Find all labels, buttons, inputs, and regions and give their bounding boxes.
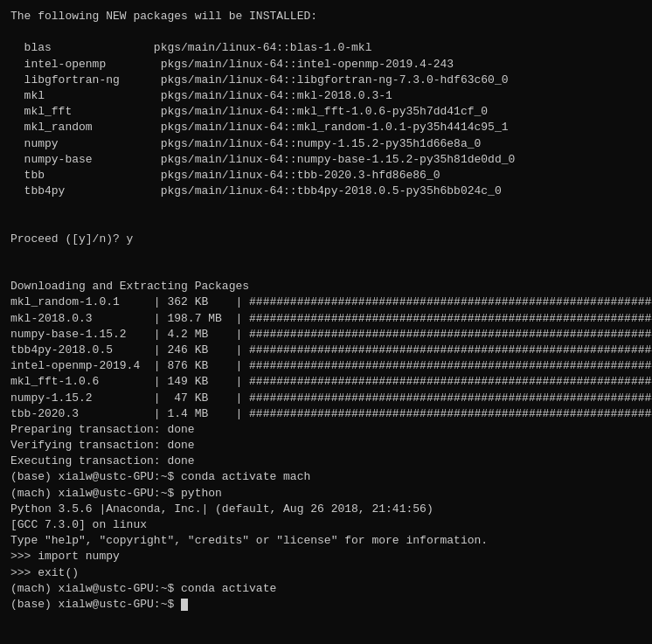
terminal-line-pkg10: tbb4py pkgs/main/linux-64::tbb4py-2018.0… — [10, 184, 642, 199]
empty-line — [10, 263, 642, 279]
terminal-line-header: The following NEW packages will be INSTA… — [10, 9, 642, 24]
terminal-line-pkg3: libgfortran-ng pkgs/main/linux-64::libgf… — [10, 73, 642, 88]
cursor — [181, 599, 188, 611]
terminal-line-pkg1: blas pkgs/main/linux-64::blas-1.0-mkl — [10, 40, 642, 56]
terminal-line-cmd1: (base) xialw@ustc-GPU:~$ conda activate … — [10, 469, 642, 485]
terminal-line-pkg4: mkl pkgs/main/linux-64::mkl-2018.0.3-1 — [10, 88, 642, 104]
terminal-line-dl6: mkl_fft-1.0.6 | 149 KB | ###############… — [10, 374, 642, 390]
terminal-line-dl3: numpy-base-1.15.2 | 4.2 MB | ###########… — [10, 327, 642, 343]
terminal-line-dl5: intel-openmp-2019.4 | 876 KB | #########… — [10, 358, 642, 374]
terminal-line-dl_header: Downloading and Extracting Packages — [10, 279, 642, 294]
terminal-line-typehelp: Type "help", "copyright", "credits" or "… — [10, 533, 642, 549]
terminal-line-exit: >>> exit() — [10, 565, 642, 581]
terminal-line-pkg7: numpy pkgs/main/linux-64::numpy-1.15.2-p… — [10, 136, 642, 152]
terminal-line-verify: Verifying transaction: done — [10, 438, 642, 454]
terminal-line-exec: Executing transaction: done — [10, 454, 642, 469]
terminal-line-prep: Preparing transaction: done — [10, 422, 642, 438]
terminal-line-pyver: Python 3.5.6 |Anaconda, Inc.| (default, … — [10, 502, 642, 517]
terminal-line-cmd3: (mach) xialw@ustc-GPU:~$ conda activate — [10, 581, 642, 597]
terminal-output: The following NEW packages will be INSTA… — [10, 9, 642, 613]
terminal-line-pkg9: tbb pkgs/main/linux-64::tbb-2020.3-hfd86… — [10, 168, 642, 184]
terminal-line-pkg2: intel-openmp pkgs/main/linux-64::intel-o… — [10, 57, 642, 73]
terminal-line-import: >>> import numpy — [10, 549, 642, 564]
terminal-line-dl8: tbb-2020.3 | 1.4 MB | ##################… — [10, 406, 642, 422]
terminal-line-dl7: numpy-1.15.2 | 47 KB | #################… — [10, 391, 642, 406]
terminal-line-cmd2: (mach) xialw@ustc-GPU:~$ python — [10, 486, 642, 502]
terminal-line-proceed: Proceed ([y]/n)? y — [10, 232, 642, 247]
terminal-window: The following NEW packages will be INSTA… — [10, 9, 642, 613]
terminal-line-pkg8: numpy-base pkgs/main/linux-64::numpy-bas… — [10, 152, 642, 168]
terminal-line-dl4: tbb4py-2018.0.5 | 246 KB | #############… — [10, 343, 642, 358]
empty-line — [10, 199, 642, 215]
empty-line — [10, 24, 642, 40]
empty-line — [10, 215, 642, 231]
terminal-line-pkg6: mkl_random pkgs/main/linux-64::mkl_rando… — [10, 120, 642, 135]
terminal-line-pkg5: mkl_fft pkgs/main/linux-64::mkl_fft-1.0.… — [10, 104, 642, 120]
terminal-line-gcc: [GCC 7.3.0] on linux — [10, 517, 642, 533]
terminal-line-cmd4: (base) xialw@ustc-GPU:~$ — [10, 597, 642, 613]
empty-line — [10, 247, 642, 263]
terminal-line-dl2: mkl-2018.0.3 | 198.7 MB | ##############… — [10, 311, 642, 327]
terminal-line-dl1: mkl_random-1.0.1 | 362 KB | ############… — [10, 294, 642, 310]
